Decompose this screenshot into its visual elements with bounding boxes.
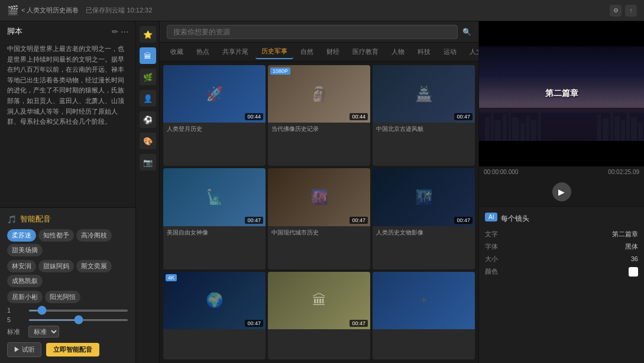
media-item-0[interactable]: 🚀 00:44 人类登月历史 (163, 65, 266, 166)
nav-media[interactable]: 📷 (140, 154, 156, 171)
media-item-5[interactable]: 🌃 00:47 人类历史文物影像 (373, 168, 475, 269)
script-more-icon[interactable]: ⋯ (121, 27, 128, 36)
settings-icon[interactable]: ⚙ (610, 5, 622, 17)
nav-sports[interactable]: ⚽ (140, 111, 156, 128)
pitch-slider[interactable] (28, 319, 128, 321)
tab-medical[interactable]: 医疗教育 (347, 45, 384, 59)
ai-panel: AI 每个镜头 文字 第二篇章 字体 黑体 大小 36 颜色 (479, 206, 644, 364)
media-thumb-1: 🗿 1080P 00:44 (268, 65, 370, 123)
voiceover-buttons: ▶ 试听 立即智能配音 (7, 342, 128, 357)
media-label-5: 人类历史文物影像 (373, 226, 475, 239)
main-layout: 脚本 ✏ ⋯ 中国文明是世界上最古老的文明之一，也是世界上持续时间最长的文明之一… (0, 21, 644, 363)
svg-rect-1 (491, 111, 494, 141)
media-item-8[interactable]: + (373, 272, 475, 359)
tab-people[interactable]: 人物 (386, 45, 410, 59)
nav-art[interactable]: 🎨 (140, 133, 156, 149)
svg-rect-0 (485, 117, 490, 141)
tag-9[interactable]: 阳光阿恒 (45, 291, 80, 303)
search-icon[interactable]: 🔍 (462, 28, 471, 36)
speed-row: 1 (7, 307, 128, 314)
play-btn[interactable]: ▶ 试听 (7, 342, 41, 357)
tag-3[interactable]: 甜美场摘 (7, 244, 43, 256)
pitch-label: 5 (7, 316, 25, 323)
tag-0[interactable]: 柔苏迷 (7, 229, 36, 242)
tab-finance[interactable]: 财经 (321, 45, 345, 59)
tab-sports[interactable]: 运动 (438, 45, 462, 59)
svg-rect-16 (631, 117, 637, 141)
media-thumb-4: 🌆 00:47 (268, 168, 370, 226)
tab-history[interactable]: 历史军事 (255, 44, 293, 59)
share-icon[interactable]: ↑ (625, 5, 637, 17)
svg-rect-6 (520, 123, 525, 141)
media-item-6[interactable]: 🌍 4K 00:47 (163, 272, 266, 359)
ai-desc: 每个镜头 (501, 214, 529, 224)
speed-label: 1 (7, 307, 25, 314)
media-item-7[interactable]: 🏛 00:47 (268, 272, 370, 359)
ai-badge: AI (485, 213, 497, 221)
media-duration-7: 00:47 (349, 320, 368, 327)
smart-voiceover-btn[interactable]: 立即智能配音 (46, 343, 99, 356)
nav-history[interactable]: 🏛 (140, 47, 156, 64)
color-label: 颜色 (485, 267, 498, 276)
media-item-1[interactable]: 🗿 1080P 00:44 当代佛像历史记录 (268, 65, 370, 166)
back-btn[interactable]: < 人类文明历史画卷 (21, 6, 79, 15)
nav-collect[interactable]: ⭐ (140, 26, 156, 43)
tag-7[interactable]: 成熟凯叙 (7, 275, 43, 287)
tag-4[interactable]: 林安润 (7, 260, 36, 272)
script-edit-icon[interactable]: ✏ (112, 27, 118, 36)
tab-nature[interactable]: 自然 (295, 45, 319, 59)
tag-1[interactable]: 知性都予 (38, 229, 74, 242)
media-tabs: 收藏 热点 共享片尾 历史军事 自然 财经 医疗教育 人物 科技 运动 人文 生… (160, 43, 478, 62)
timecode-start: 00:00:00.000 (484, 169, 518, 175)
media-badge-6: 4K (166, 274, 177, 281)
color-swatch[interactable] (629, 267, 638, 277)
media-thumb-2: 🏯 00:47 (373, 65, 475, 123)
tag-8[interactable]: 居新小彬 (7, 291, 43, 303)
tag-2[interactable]: 高冷阁枝 (76, 229, 112, 242)
media-item-2[interactable]: 🏯 00:47 中国北京古迹风貌 (373, 65, 475, 166)
nav-people[interactable]: 👤 (140, 90, 156, 107)
preview-panel: 第二篇章 00:00:00.000 00:02:25.09 ▶ AI 每个镜头 … (478, 21, 644, 363)
script-text: 中国文明是世界上最古老的文明之一，也是世界上持续时间最长的文明之一。据早在约八百… (7, 44, 128, 127)
tag-5[interactable]: 甜妹阿妈 (38, 260, 74, 272)
save-status: 已保存到云端 10:12:32 (86, 6, 152, 15)
font-label: 字体 (485, 242, 498, 251)
pitch-row: 5 (7, 316, 128, 323)
media-label-0: 人类登月历史 (163, 123, 266, 136)
media-duration-3: 00:47 (245, 217, 263, 224)
preview-timecode: 00:00:00.000 00:02:25.09 (479, 166, 644, 178)
media-panel: 🔍 收藏 热点 共享片尾 历史军事 自然 财经 医疗教育 人物 科技 运动 人文… (160, 21, 478, 363)
preview-play-btn[interactable]: ▶ (552, 182, 571, 201)
speed-slider[interactable] (28, 310, 128, 311)
svg-rect-10 (597, 114, 601, 141)
tab-shared[interactable]: 共享片尾 (216, 45, 254, 59)
tab-tech[interactable]: 科技 (412, 45, 436, 59)
prop-size: 大小 36 (485, 255, 638, 264)
tab-culture[interactable]: 人文 (464, 45, 478, 59)
media-item-4[interactable]: 🌆 00:47 中国现代城市历史 (268, 168, 370, 269)
media-label-1: 当代佛像历史记录 (268, 123, 370, 136)
nav-nature[interactable]: 🌿 (140, 69, 156, 85)
tab-collect[interactable]: 收藏 (164, 45, 189, 59)
media-item-3[interactable]: 🗽 00:47 美国自由女神像 (163, 168, 266, 269)
svg-rect-13 (614, 116, 620, 141)
prop-color: 颜色 (485, 267, 638, 277)
tab-hot[interactable]: 热点 (190, 45, 215, 59)
standard-select[interactable]: 标准 情感 (28, 326, 59, 338)
preview-video-inner: 第二篇章 (479, 46, 644, 141)
timecode-end: 00:02:25.09 (608, 169, 639, 175)
media-label-3: 美国自由女神像 (163, 226, 266, 239)
svg-rect-8 (531, 120, 536, 141)
media-search-input[interactable] (167, 25, 458, 39)
script-header: 脚本 ✏ ⋯ (0, 21, 135, 39)
svg-rect-3 (503, 114, 507, 141)
svg-rect-14 (621, 120, 625, 141)
media-grid: 🚀 00:44 人类登月历史 🗿 1080P 00:44 当代佛像历史记录 🏯 … (160, 62, 478, 363)
script-title: 脚本 (7, 26, 22, 37)
media-duration-1: 00:44 (349, 113, 368, 120)
svg-rect-17 (638, 122, 643, 141)
tag-6[interactable]: 斯文奕展 (76, 260, 112, 272)
svg-rect-2 (495, 120, 501, 141)
media-thumb-0: 🚀 00:44 (163, 65, 266, 123)
size-value: 36 (631, 255, 638, 262)
